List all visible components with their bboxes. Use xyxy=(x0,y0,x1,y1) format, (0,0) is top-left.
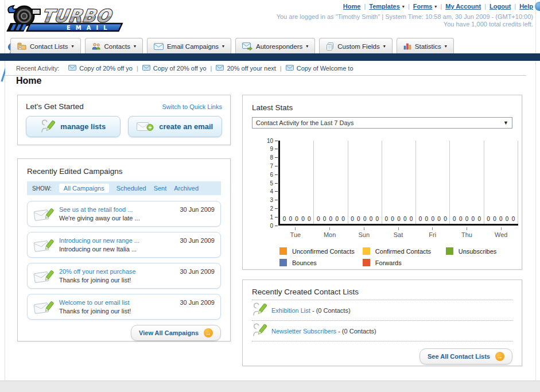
chart-value-label: 0 xyxy=(403,216,407,222)
top-nav-help[interactable]: Help xyxy=(519,3,533,10)
campaign-card[interactable]: Welcome to our email listThanks for join… xyxy=(27,294,221,320)
envelope-icon xyxy=(68,65,76,72)
campaign-filter-sent[interactable]: Sent xyxy=(154,185,167,192)
top-nav-my-account[interactable]: My Account xyxy=(445,3,481,10)
chart-y-tick: 0 xyxy=(270,222,278,229)
top-nav-home[interactable]: Home xyxy=(343,3,361,10)
chart-y-tick: 6 xyxy=(270,171,278,178)
recent-activity-item[interactable]: Copy of 20% off yo xyxy=(68,65,133,72)
nav-tab-email-campaigns[interactable]: Email Campaigns▾ xyxy=(147,38,231,53)
campaign-subtitle: Thanks for joining our list! xyxy=(59,308,180,315)
person-pencil-icon xyxy=(40,119,55,134)
view-all-campaigns-button[interactable]: View All Campaigns → xyxy=(131,325,221,341)
chart-value-label: 0 xyxy=(295,216,298,222)
chevron-down-icon: ▾ xyxy=(402,4,405,9)
recent-activity-item[interactable]: Copy of Welcome to xyxy=(286,65,353,72)
campaign-card[interactable]: See us at the retail food ...We're givin… xyxy=(27,201,221,227)
recent-activity-items: Copy of 20% off yo|Copy of 20% off yo|20… xyxy=(68,65,353,72)
campaign-title-link[interactable]: 20% off your next purchase xyxy=(59,268,180,275)
chevron-down-icon: ▾ xyxy=(71,44,73,49)
tick-mark xyxy=(275,226,278,226)
separator: | xyxy=(514,3,516,10)
campaigns-title: Recently Edited Campaigns xyxy=(27,167,221,176)
campaign-date: 30 Jun 2009 xyxy=(180,235,215,244)
chart-day-group: 00000 xyxy=(382,141,416,224)
campaign-card[interactable]: 20% off your next purchaseThanks for joi… xyxy=(27,263,221,289)
nav-tab-custom-fields[interactable]: Custom Fields▾ xyxy=(319,38,393,53)
chart-value-label: 0 xyxy=(444,216,447,222)
nav-tab-statistics[interactable]: Statistics▾ xyxy=(397,38,454,53)
tick-mark xyxy=(275,166,278,166)
envelope-pencil-icon xyxy=(33,206,54,224)
chevron-down-icon: ▾ xyxy=(134,44,136,49)
chart-value-label: 0 xyxy=(419,216,422,222)
nav-tab-label: Custom Fields xyxy=(337,43,380,50)
separator: | xyxy=(280,65,282,72)
person-pencil-icon xyxy=(252,302,267,319)
legend-label: Unsubscribes xyxy=(459,248,497,255)
turbo-email-dashboard: TURBO EMAIL Home|Templates▾|Forms▾|My Ac… xyxy=(0,0,540,392)
chart-value-label: 0 xyxy=(301,216,305,222)
legend-swatch xyxy=(446,247,453,255)
campaign-date: 30 Jun 2009 xyxy=(180,297,215,306)
recent-activity-item[interactable]: Copy of 20% off yo xyxy=(142,65,207,72)
chart-value-label: 0 xyxy=(397,216,401,222)
recent-activity-item-label: Copy of Welcome to xyxy=(297,65,353,72)
top-nav-templates[interactable]: Templates xyxy=(369,3,400,10)
legend-item: Forwards xyxy=(363,259,446,266)
campaign-card-text: Welcome to our email listThanks for join… xyxy=(59,297,180,315)
turbo-email-logo: TURBO EMAIL xyxy=(5,2,148,37)
campaign-filter-scheduled[interactable]: Scheduled xyxy=(116,185,146,192)
envelope-plus-icon xyxy=(137,121,154,133)
see-all-contact-lists-button[interactable]: See All Contact Lists → xyxy=(419,348,512,364)
recent-activity-title: Recent Activity: xyxy=(16,65,59,72)
nav-tab-label: Statistics xyxy=(415,43,441,50)
chart-day-group: 00000 xyxy=(450,141,484,224)
chart-x-tick-label: Sat xyxy=(381,227,415,238)
chart-value-label: 0 xyxy=(289,216,292,222)
separator: | xyxy=(211,65,212,72)
top-nav-logout[interactable]: Logout xyxy=(490,3,511,10)
chart-value-label: 0 xyxy=(477,216,481,222)
nav-tab-autoresponders[interactable]: Autoresponders▾ xyxy=(235,38,315,53)
nav-tab-label: Contacts xyxy=(104,43,130,50)
chart-x-tick-label: Sun xyxy=(347,227,381,238)
campaign-filter-all-campaigns[interactable]: All Campaigns xyxy=(59,184,109,193)
campaign-title-link[interactable]: Introducing our new range ... xyxy=(59,237,180,244)
campaign-filter-archived[interactable]: Archived xyxy=(174,185,199,192)
stats-period-dropdown[interactable]: Contact Activity for the Last 7 Days ▼ xyxy=(252,117,512,129)
recent-activity-item[interactable]: 20% off your next xyxy=(216,65,275,72)
get-started-panel: Let's Get Started Switch to Quick Links … xyxy=(17,95,231,145)
contact-list-link[interactable]: Newsletter Subscribers xyxy=(271,328,336,335)
nav-tab-contacts[interactable]: Contacts▾ xyxy=(85,38,143,53)
chart-y-tick: 1 xyxy=(270,214,278,220)
campaign-title-link[interactable]: See us at the retail food ... xyxy=(59,206,180,213)
tick-mark xyxy=(275,217,278,218)
logo-title: TURBO xyxy=(40,6,114,26)
envelope-pencil-icon xyxy=(33,268,54,286)
campaign-subtitle: We're giving away our late ... xyxy=(59,215,180,222)
chart-legend: Unconfirmed ContactsConfirmed ContactsUn… xyxy=(279,247,529,270)
campaign-card-text: Introducing our new range ...Introducing… xyxy=(59,235,180,253)
switch-quick-links[interactable]: Switch to Quick Links xyxy=(162,103,222,110)
chart-value-label: 0 xyxy=(472,216,475,222)
person-pencil-icon xyxy=(252,323,267,339)
campaign-list: See us at the retail food ...We're givin… xyxy=(27,201,221,320)
chart-value-labels: 00000 xyxy=(348,216,382,222)
arrow-right-icon: → xyxy=(204,328,213,337)
chart-value-label: 0 xyxy=(493,216,496,222)
create-email-button[interactable]: create an email xyxy=(128,116,223,137)
chart-value-label: 0 xyxy=(308,216,311,222)
tick-mark xyxy=(275,208,278,209)
chart-y-tick: 7 xyxy=(270,162,278,169)
contact-lists-title: Recently Created Contact Lists xyxy=(252,288,512,296)
campaign-title-link[interactable]: Welcome to our email list xyxy=(59,299,180,306)
nav-tab-contact-lists[interactable]: Contact Lists▾ xyxy=(10,38,81,53)
legend-item: Confirmed Contacts xyxy=(363,247,446,255)
top-nav-forms[interactable]: Forms xyxy=(413,3,433,10)
contact-list-link[interactable]: Exhibition List xyxy=(271,307,310,314)
campaign-date: 30 Jun 2009 xyxy=(180,266,215,275)
campaign-card[interactable]: Introducing our new range ...Introducing… xyxy=(27,232,221,258)
chart-value-label: 0 xyxy=(425,216,429,222)
manage-lists-button[interactable]: manage lists xyxy=(26,116,121,137)
